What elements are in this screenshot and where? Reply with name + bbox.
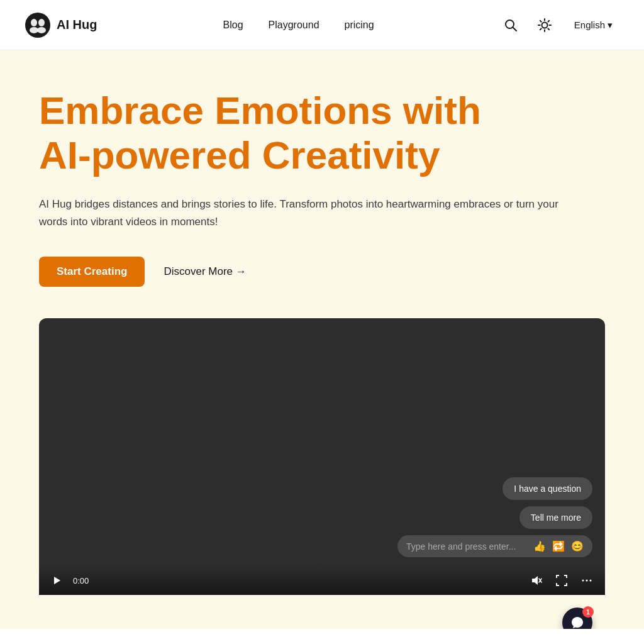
nav-playground[interactable]: Playground [269, 19, 319, 30]
search-icon [504, 18, 518, 32]
svg-point-22 [590, 580, 592, 582]
svg-point-1 [31, 19, 37, 26]
logo-icon [25, 13, 50, 38]
svg-point-7 [541, 22, 547, 28]
svg-line-14 [548, 20, 549, 21]
video-time: 0:00 [73, 576, 89, 586]
svg-point-0 [25, 13, 50, 38]
svg-line-12 [540, 20, 541, 21]
chat-overlay: I have a question Tell me more 👍 🔁 😊 [397, 477, 592, 557]
hero-subtitle: AI Hug bridges distances and brings stor… [39, 196, 586, 232]
fullscreen-button[interactable] [553, 572, 570, 589]
refresh-icon[interactable]: 🔁 [552, 540, 565, 552]
language-selector[interactable]: English ▾ [568, 16, 619, 35]
hero-buttons: Start Creating Discover More → [39, 257, 605, 287]
chat-bubble-icon [570, 615, 585, 629]
start-creating-button[interactable]: Start Creating [39, 257, 145, 287]
theme-toggle-button[interactable] [534, 14, 555, 36]
logo-text: AI Hug [57, 18, 97, 32]
svg-marker-17 [532, 576, 538, 585]
chat-bubble-question[interactable]: I have a question [502, 477, 592, 500]
mute-icon [531, 575, 542, 586]
sun-icon [538, 18, 552, 32]
video-controls: 0:00 [39, 566, 605, 595]
chat-bubble-more[interactable]: Tell me more [519, 506, 592, 529]
svg-line-15 [540, 28, 541, 30]
discover-more-button[interactable]: Discover More → [164, 265, 246, 278]
logo[interactable]: AI Hug [25, 13, 97, 38]
play-icon [52, 575, 62, 586]
chat-badge: 1 [582, 606, 594, 618]
nav-blog[interactable]: Blog [223, 19, 243, 30]
main-nav: Blog Playground pricing [223, 19, 374, 31]
fullscreen-icon [556, 575, 567, 586]
emoji-icon[interactable]: 😊 [571, 540, 584, 552]
header: AI Hug Blog Playground pricing [0, 0, 644, 50]
header-actions: English ▾ [500, 14, 619, 36]
svg-line-13 [548, 28, 549, 30]
search-button[interactable] [500, 14, 521, 36]
svg-point-20 [582, 580, 584, 582]
chat-input-row: 👍 🔁 😊 [397, 535, 592, 557]
svg-point-21 [586, 580, 588, 582]
hero-section: Embrace Emotions with AI-powered Creativ… [0, 50, 644, 629]
video-player[interactable]: I have a question Tell me more 👍 🔁 😊 0:0… [39, 318, 605, 595]
svg-line-6 [513, 27, 516, 31]
video-wrapper: I have a question Tell me more 👍 🔁 😊 0:0… [39, 318, 605, 595]
mute-button[interactable] [528, 572, 545, 589]
svg-marker-16 [54, 577, 60, 584]
thumbs-up-icon[interactable]: 👍 [533, 540, 546, 552]
chevron-down-icon: ▾ [608, 19, 613, 31]
svg-point-4 [37, 27, 46, 33]
language-label: English [574, 19, 605, 30]
chat-float-button[interactable]: 1 [562, 608, 592, 629]
hero-title: Embrace Emotions with AI-powered Creativ… [39, 88, 517, 178]
more-icon [581, 575, 592, 586]
play-button[interactable] [49, 573, 64, 588]
svg-point-2 [38, 19, 45, 26]
more-options-button[interactable] [579, 572, 595, 589]
svg-point-3 [30, 27, 38, 33]
chat-input[interactable] [406, 541, 527, 552]
nav-pricing[interactable]: pricing [345, 19, 374, 30]
